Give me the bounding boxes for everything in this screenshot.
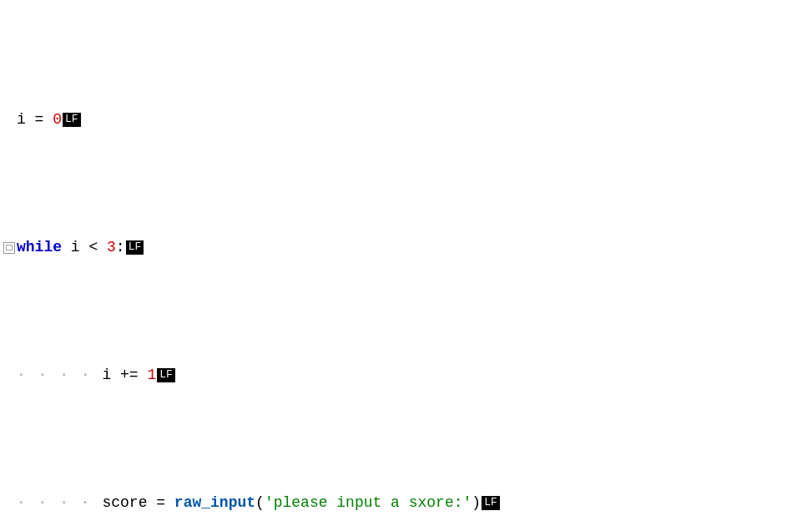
code-editor: i = 0 LF □ while i < 3 : LF · · · · i +=… [0, 5, 812, 521]
num-0: 0 [53, 107, 62, 133]
dots-3: · · · · [17, 362, 102, 388]
collapse-while[interactable]: □ [3, 242, 15, 254]
fn-raw-input: raw_input [174, 490, 255, 516]
kw-while: while [17, 235, 62, 260]
num-3: 3 [107, 235, 116, 260]
num-1: 1 [147, 362, 156, 388]
var-i-3: i [102, 362, 120, 388]
line-3: · · · · i += 1 LF [0, 362, 812, 388]
lf-badge-2: LF [126, 240, 144, 255]
str-please: 'please input a sxore:' [265, 490, 472, 516]
eq-4: = [156, 490, 174, 516]
paren-open-4: ( [255, 490, 265, 516]
paren-close-4: ) [472, 490, 481, 516]
dots-4: · · · · [17, 490, 102, 516]
space-while [62, 235, 71, 260]
lf-badge-4: LF [482, 496, 500, 510]
op-pluseq: += [120, 362, 147, 388]
line-1: i = 0 LF [0, 107, 812, 133]
line-2: □ while i < 3 : LF [0, 235, 812, 260]
var-i-2: i [71, 235, 80, 260]
var-score-4: score [102, 490, 156, 516]
lf-badge-1: LF [63, 113, 81, 127]
line-4: · · · · score = raw_input ( 'please inpu… [0, 490, 812, 516]
lf-badge-3: LF [157, 368, 175, 382]
eq-1: = [26, 107, 53, 133]
op-lt-1: < [80, 235, 107, 260]
var-i-1: i [17, 107, 26, 133]
colon-1: : [116, 235, 125, 260]
